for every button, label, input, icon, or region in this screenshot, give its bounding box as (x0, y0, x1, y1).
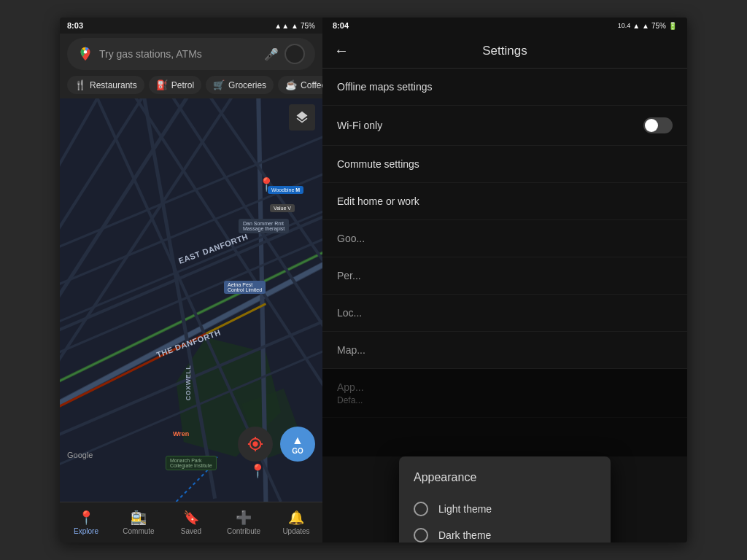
restaurants-label: Restaurants (90, 80, 137, 90)
map-area[interactable]: EAST DANFORTH THE DANFORTH Coxwell Woodb… (60, 98, 322, 502)
edit-home-label: Edit home or work (337, 195, 419, 207)
wifi-icon: ▲ (291, 22, 298, 30)
groceries-label: Groceries (228, 80, 266, 90)
battery-right: 75% (651, 22, 666, 30)
offline-maps-label: Offline maps settings (337, 81, 432, 93)
category-chip-groceries[interactable]: 🛒 Groceries (206, 76, 274, 94)
appearance-dialog: Appearance Light theme Dark theme Defaul… (399, 456, 611, 542)
explore-label: Explore (74, 527, 98, 535)
nav-updates[interactable]: 🔔 Updates (270, 502, 322, 542)
maps-logo (77, 46, 93, 62)
poi-aetna: Aetna PestControl Limited (224, 281, 266, 294)
light-theme-label: Light theme (438, 503, 492, 515)
settings-per[interactable]: Per... (322, 257, 687, 295)
coxwell-label: Coxwell (185, 365, 192, 401)
signal-icon: ▲▲ (274, 22, 289, 30)
category-chip-coffee[interactable]: ☕ Coffee (278, 76, 322, 94)
contribute-label: Contribute (227, 527, 260, 535)
status-bar-left: 8:03 ▲▲ ▲ 75% (60, 18, 322, 34)
back-button[interactable]: ← (334, 42, 349, 59)
dialog-title: Appearance (414, 471, 596, 484)
settings-header: ← Settings (322, 34, 687, 69)
go-arrow-icon: ▲ (292, 434, 303, 447)
mic-icon[interactable]: 🎤 (264, 47, 279, 61)
search-bar[interactable]: Try gas stations, ATMs 🎤 (67, 38, 315, 70)
settings-goo[interactable]: Goo... (322, 220, 687, 257)
battery-icon-right: 🔋 (668, 22, 677, 30)
nav-saved[interactable]: 🔖 Saved (165, 502, 217, 542)
user-avatar[interactable] (285, 44, 305, 64)
groceries-icon: 🛒 (213, 79, 225, 90)
map-label-item: Map... (337, 344, 365, 356)
commute-icon: 🚉 (131, 510, 147, 526)
settings-offline-maps[interactable]: Offline maps settings (322, 69, 687, 106)
light-theme-option[interactable]: Light theme (414, 496, 596, 522)
bottom-nav: 📍 Explore 🚉 Commute 🔖 Saved ➕ Contribute… (60, 502, 322, 542)
saved-icon: 🔖 (183, 510, 199, 526)
explore-icon: 📍 (78, 510, 94, 526)
category-bar: 🍴 Restaurants ⛽ Petrol 🛒 Groceries ☕ Cof… (60, 74, 322, 98)
appearance-dialog-overlay: Appearance Light theme Dark theme Defaul… (322, 369, 687, 456)
dark-theme-label: Dark theme (438, 529, 491, 541)
loc-label: Loc... (337, 307, 362, 319)
svg-point-0 (84, 50, 88, 54)
settings-edit-home[interactable]: Edit home or work (322, 183, 687, 220)
my-location-button[interactable] (238, 427, 273, 462)
marker-monarch-park: 📍 (249, 463, 266, 479)
saved-label: Saved (181, 527, 201, 535)
poi-monarch-park: Monarch ParkCollegiate Institute (166, 456, 217, 470)
status-bar-right: 8:04 10.4 ▲ ▲ 75% 🔋 (322, 18, 687, 34)
maps-panel: 8:03 ▲▲ ▲ 75% Try gas stations, ATMs 🎤 (60, 18, 322, 542)
commute-settings-label: Commute settings (337, 158, 419, 170)
per-label: Per... (337, 270, 361, 281)
nav-commute[interactable]: 🚉 Commute (112, 502, 165, 542)
wifi-r-icon: ▲ (642, 22, 649, 30)
wren-label: Wren (173, 430, 189, 438)
contribute-icon: ➕ (236, 510, 252, 526)
search-placeholder[interactable]: Try gas stations, ATMs (99, 48, 258, 60)
commute-label: Commute (123, 527, 154, 535)
poi-dan-sommer: Dan Sommer RmtMassage therapist (239, 219, 289, 233)
status-icons-right: 10.4 ▲ ▲ 75% 🔋 (618, 22, 677, 30)
wifi-only-toggle[interactable] (643, 117, 673, 133)
status-icons-left: ▲▲ ▲ 75% (274, 22, 315, 30)
signal-r-icon: ▲ (632, 22, 640, 30)
poi-value: Value V (270, 204, 295, 212)
coffee-label: Coffee (301, 80, 322, 90)
nav-contribute[interactable]: ➕ Contribute (217, 502, 270, 542)
settings-title: Settings (360, 44, 649, 58)
category-chip-petrol[interactable]: ⛽ Petrol (149, 76, 201, 94)
petrol-icon: ⛽ (156, 79, 168, 90)
settings-wifi-only[interactable]: Wi-Fi only (322, 106, 687, 146)
settings-appearance[interactable]: App... Defa... Appearance Light theme Da… (322, 369, 687, 418)
wifi-only-label: Wi-Fi only (337, 120, 382, 131)
restaurants-icon: 🍴 (74, 79, 86, 90)
settings-list: Offline maps settings Wi-Fi only Commute… (322, 69, 687, 542)
settings-loc[interactable]: Loc... (322, 295, 687, 332)
category-chip-restaurants[interactable]: 🍴 Restaurants (67, 76, 144, 94)
dark-theme-option[interactable]: Dark theme (414, 522, 596, 542)
dark-theme-radio[interactable] (414, 528, 428, 542)
marker-woodbine: 📍 (258, 176, 274, 192)
coffee-icon: ☕ (285, 79, 297, 90)
data-icon: 10.4 (618, 22, 631, 29)
time-left: 8:03 (67, 21, 83, 30)
settings-map[interactable]: Map... (322, 332, 687, 369)
layers-button[interactable] (289, 104, 315, 131)
go-label: GO (292, 447, 303, 455)
nav-explore[interactable]: 📍 Explore (60, 502, 112, 542)
battery-left: 75% (301, 22, 315, 30)
settings-commute[interactable]: Commute settings (322, 146, 687, 183)
updates-icon: 🔔 (288, 510, 304, 526)
map-canvas: EAST DANFORTH THE DANFORTH Coxwell Woodb… (60, 98, 322, 502)
go-button[interactable]: ▲ GO (280, 427, 315, 462)
updates-label: Updates (282, 527, 309, 535)
google-logo: Google (67, 451, 93, 459)
settings-panel: 8:04 10.4 ▲ ▲ 75% 🔋 ← Settings Offline m… (322, 18, 687, 542)
light-theme-radio[interactable] (414, 502, 428, 516)
petrol-label: Petrol (171, 80, 194, 90)
goo-label: Goo... (337, 233, 365, 244)
time-right: 8:04 (333, 21, 349, 30)
